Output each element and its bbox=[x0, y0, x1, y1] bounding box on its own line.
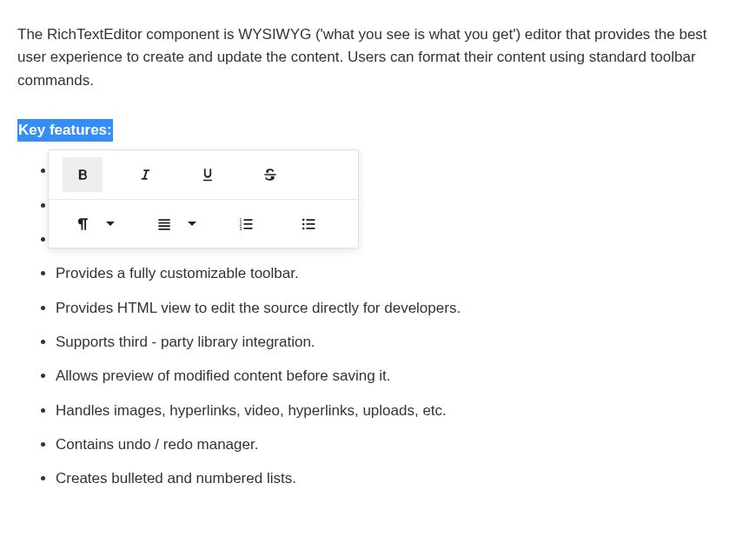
intro-paragraph[interactable]: The RichTextEditor component is WYSIWYG … bbox=[17, 23, 739, 92]
svg-text:3: 3 bbox=[240, 225, 242, 230]
strikethrough-button[interactable] bbox=[250, 157, 290, 192]
underline-button[interactable] bbox=[188, 157, 228, 192]
bold-icon bbox=[74, 166, 91, 183]
list-item[interactable]: Handles images, hyperlinks, video, hyper… bbox=[56, 400, 739, 422]
underline-icon bbox=[199, 166, 216, 183]
svg-point-5 bbox=[302, 227, 305, 229]
ordered-list-button[interactable]: 1 2 3 bbox=[226, 207, 266, 242]
formats-dropdown[interactable] bbox=[57, 207, 115, 242]
key-features-heading[interactable]: Key features: bbox=[17, 119, 113, 142]
italic-icon bbox=[136, 166, 154, 183]
toolbar-row-1 bbox=[49, 150, 358, 199]
align-justify-icon bbox=[156, 215, 173, 233]
toolbar-row-2: 1 2 3 bbox=[49, 199, 358, 248]
unordered-list-icon bbox=[300, 215, 317, 233]
list-item[interactable]: Contains undo / redo manager. bbox=[56, 434, 739, 456]
chevron-down-icon bbox=[188, 222, 196, 226]
italic-button[interactable] bbox=[125, 157, 165, 192]
floating-toolbar: 1 2 3 bbox=[48, 149, 359, 248]
list-item[interactable]: Allows preview of modified content befor… bbox=[56, 365, 739, 387]
alignment-dropdown[interactable] bbox=[139, 207, 196, 242]
ordered-list-icon: 1 2 3 bbox=[237, 215, 255, 233]
strikethrough-icon bbox=[262, 166, 279, 183]
list-item[interactable]: Provides HTML view to edit the source di… bbox=[56, 297, 739, 320]
chevron-down-icon bbox=[106, 222, 115, 226]
list-item[interactable]: Provides a fully customizable toolbar. bbox=[56, 262, 739, 285]
svg-point-4 bbox=[302, 222, 305, 225]
svg-point-3 bbox=[302, 218, 305, 221]
pilcrow-icon bbox=[74, 215, 91, 233]
list-item[interactable]: Supports third - party library integrati… bbox=[56, 331, 739, 354]
unordered-list-button[interactable] bbox=[288, 207, 328, 242]
list-item[interactable]: Creates bulleted and numbered lists. bbox=[56, 467, 739, 490]
bold-button[interactable] bbox=[63, 157, 103, 192]
